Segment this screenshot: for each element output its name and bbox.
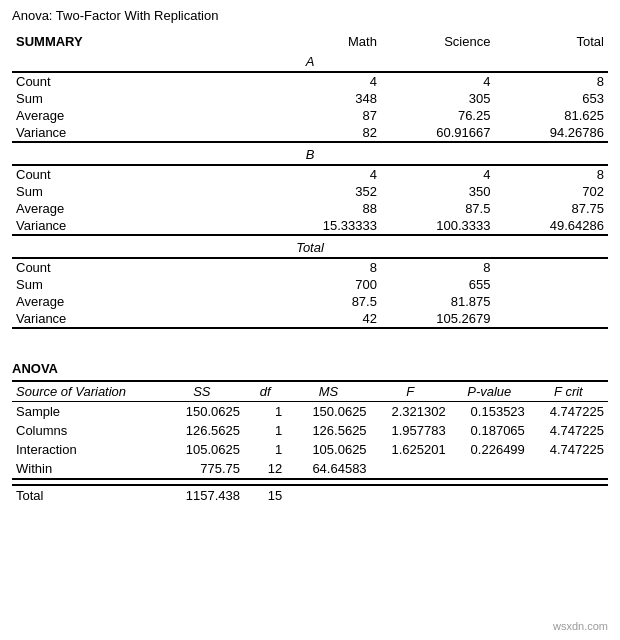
anova-total-ss: 1157.438 (160, 485, 244, 505)
anova-interaction-source: Interaction (12, 440, 160, 459)
b-var-math: 15.33333 (267, 217, 381, 235)
t-count-math: 8 (267, 258, 381, 276)
a-sum-science: 305 (381, 90, 495, 107)
anova-title: ANOVA (12, 361, 608, 376)
anova-col-f: F (371, 381, 450, 402)
b-avg-label: Average (12, 200, 267, 217)
anova-col-pvalue: P-value (450, 381, 529, 402)
anova-col-fcrit: F crit (529, 381, 608, 402)
anova-sample-f: 2.321302 (371, 402, 450, 422)
anova-interaction-pvalue: 0.226499 (450, 440, 529, 459)
anova-sample-df: 1 (244, 402, 286, 422)
t-avg-total (494, 293, 608, 310)
anova-col-ss: SS (160, 381, 244, 402)
anova-col-source: Source of Variation (12, 381, 160, 402)
t-var-total (494, 310, 608, 328)
b-sum-math: 352 (267, 183, 381, 200)
a-sum-label: Sum (12, 90, 267, 107)
anova-total-fcrit (529, 485, 608, 505)
summary-label: SUMMARY (12, 33, 267, 50)
anova-sample-fcrit: 4.747225 (529, 402, 608, 422)
anova-within-ms: 64.64583 (286, 459, 370, 479)
a-sum-math: 348 (267, 90, 381, 107)
anova-total-df: 15 (244, 485, 286, 505)
anova-columns-pvalue: 0.187065 (450, 421, 529, 440)
a-count-math: 4 (267, 72, 381, 90)
anova-total-ms (286, 485, 370, 505)
t-var-math: 42 (267, 310, 381, 328)
t-count-science: 8 (381, 258, 495, 276)
anova-sample-pvalue: 0.153523 (450, 402, 529, 422)
t-sum-science: 655 (381, 276, 495, 293)
col-header-total: Total (494, 33, 608, 50)
anova-columns-ms: 126.5625 (286, 421, 370, 440)
t-sum-total (494, 276, 608, 293)
anova-columns-df: 1 (244, 421, 286, 440)
anova-total-pvalue (450, 485, 529, 505)
t-var-science: 105.2679 (381, 310, 495, 328)
a-avg-science: 76.25 (381, 107, 495, 124)
b-avg-total: 87.75 (494, 200, 608, 217)
t-sum-label: Sum (12, 276, 267, 293)
anova-within-pvalue (450, 459, 529, 479)
anova-columns-source: Columns (12, 421, 160, 440)
anova-within-fcrit (529, 459, 608, 479)
section-a-label: A (12, 50, 608, 72)
anova-columns-ss: 126.5625 (160, 421, 244, 440)
b-var-label: Variance (12, 217, 267, 235)
t-avg-math: 87.5 (267, 293, 381, 310)
a-count-science: 4 (381, 72, 495, 90)
b-var-science: 100.3333 (381, 217, 495, 235)
a-avg-label: Average (12, 107, 267, 124)
a-count-total: 8 (494, 72, 608, 90)
col-header-science: Science (381, 33, 495, 50)
t-avg-label: Average (12, 293, 267, 310)
page-title: Anova: Two-Factor With Replication (12, 8, 608, 23)
anova-col-df: df (244, 381, 286, 402)
a-var-label: Variance (12, 124, 267, 142)
section-b-label: B (12, 142, 608, 165)
b-count-math: 4 (267, 165, 381, 183)
t-sum-math: 700 (267, 276, 381, 293)
b-count-science: 4 (381, 165, 495, 183)
anova-total-source: Total (12, 485, 160, 505)
anova-interaction-df: 1 (244, 440, 286, 459)
b-var-total: 49.64286 (494, 217, 608, 235)
a-avg-total: 81.625 (494, 107, 608, 124)
anova-interaction-ms: 105.0625 (286, 440, 370, 459)
anova-within-source: Within (12, 459, 160, 479)
a-var-science: 60.91667 (381, 124, 495, 142)
anova-columns-f: 1.957783 (371, 421, 450, 440)
a-avg-math: 87 (267, 107, 381, 124)
b-sum-total: 702 (494, 183, 608, 200)
a-sum-total: 653 (494, 90, 608, 107)
anova-interaction-fcrit: 4.747225 (529, 440, 608, 459)
b-sum-label: Sum (12, 183, 267, 200)
anova-sample-source: Sample (12, 402, 160, 422)
t-count-total (494, 258, 608, 276)
b-avg-science: 87.5 (381, 200, 495, 217)
col-header-math: Math (267, 33, 381, 50)
t-count-label: Count (12, 258, 267, 276)
section-total-label: Total (12, 235, 608, 258)
anova-within-ss: 775.75 (160, 459, 244, 479)
t-avg-science: 81.875 (381, 293, 495, 310)
watermark: wsxdn.com (553, 620, 608, 632)
anova-total-f (371, 485, 450, 505)
b-sum-science: 350 (381, 183, 495, 200)
a-count-label: Count (12, 72, 267, 90)
a-var-math: 82 (267, 124, 381, 142)
anova-within-df: 12 (244, 459, 286, 479)
b-count-total: 8 (494, 165, 608, 183)
anova-columns-fcrit: 4.747225 (529, 421, 608, 440)
b-count-label: Count (12, 165, 267, 183)
a-var-total: 94.26786 (494, 124, 608, 142)
anova-within-f (371, 459, 450, 479)
anova-sample-ss: 150.0625 (160, 402, 244, 422)
anova-interaction-f: 1.625201 (371, 440, 450, 459)
anova-col-ms: MS (286, 381, 370, 402)
b-avg-math: 88 (267, 200, 381, 217)
t-var-label: Variance (12, 310, 267, 328)
anova-sample-ms: 150.0625 (286, 402, 370, 422)
anova-interaction-ss: 105.0625 (160, 440, 244, 459)
